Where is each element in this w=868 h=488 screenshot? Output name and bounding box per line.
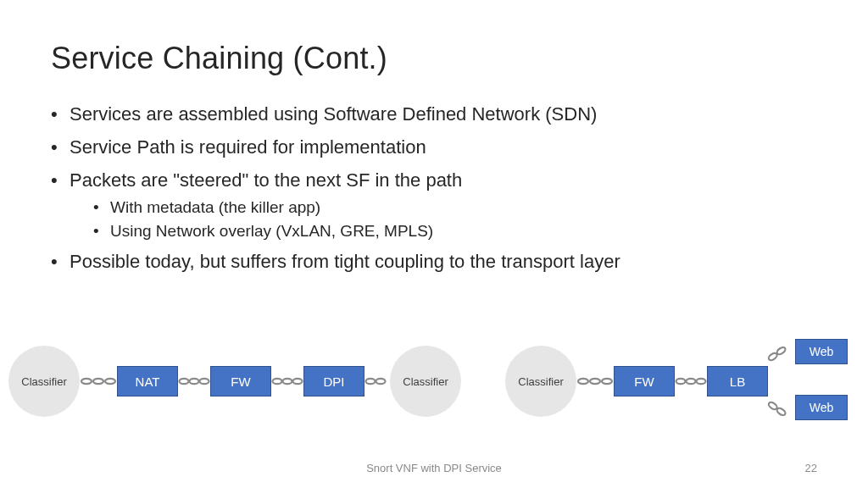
service-chain-diagram: Classifier NAT FW DPI Classifier Classif… — [0, 337, 868, 439]
svg-point-2 — [105, 379, 115, 384]
chain-link-icon — [271, 377, 303, 385]
bullet-item: Service Path is required for implementat… — [51, 133, 817, 161]
chain-node-lb: LB — [707, 366, 768, 396]
svg-point-7 — [283, 379, 292, 384]
classifier-node-start: Classifier — [8, 346, 80, 417]
slide-title: Service Chaining (Cont.) — [51, 41, 817, 76]
svg-point-8 — [293, 379, 303, 384]
chain-link-icon — [576, 377, 614, 385]
svg-point-10 — [376, 379, 386, 384]
chain-node-dpi: DPI — [303, 366, 364, 396]
chain-node-web-2: Web — [795, 395, 848, 420]
svg-point-12 — [590, 379, 600, 384]
bullet-list: Services are assembled using Software De… — [51, 100, 817, 275]
svg-point-9 — [366, 379, 376, 384]
svg-point-6 — [273, 379, 282, 384]
sub-bullet-item: Using Network overlay (VxLAN, GRE, MPLS) — [93, 219, 817, 243]
svg-point-3 — [180, 379, 189, 384]
classifier-node-start-2: Classifier — [505, 346, 576, 417]
chain-link-icon — [364, 377, 390, 385]
chain-link-icon — [765, 399, 791, 420]
classifier-node-end: Classifier — [390, 346, 461, 417]
chain-link-icon — [80, 377, 117, 385]
svg-point-20 — [776, 407, 787, 417]
chain-link-icon — [765, 342, 791, 363]
chain-link-icon — [178, 377, 210, 385]
chain-link-icon — [675, 377, 707, 385]
svg-point-16 — [697, 379, 706, 384]
chain-node-web-1: Web — [795, 339, 848, 364]
svg-point-13 — [602, 379, 612, 384]
chain-node-fw: FW — [210, 366, 271, 396]
sub-bullet-item: With metadata (the killer app) — [93, 196, 817, 219]
chain-node-fw-2: FW — [614, 366, 675, 396]
sub-bullet-list: With metadata (the killer app) Using Net… — [93, 196, 817, 242]
svg-point-14 — [676, 379, 686, 384]
bullet-item: Possible today, but suffers from tight c… — [51, 247, 817, 275]
svg-point-11 — [578, 379, 588, 384]
footer-text: Snort VNF with DPI Service — [0, 462, 868, 474]
svg-point-5 — [200, 379, 209, 384]
bullet-text: Packets are "steered" to the next SF in … — [70, 169, 462, 191]
page-number: 22 — [805, 462, 817, 474]
svg-point-0 — [81, 379, 92, 384]
slide: Service Chaining (Cont.) Services are as… — [0, 0, 868, 488]
svg-point-18 — [776, 346, 787, 356]
bullet-item: Services are assembled using Software De… — [51, 100, 817, 128]
chain-node-nat: NAT — [117, 366, 178, 396]
svg-point-15 — [687, 379, 696, 384]
svg-point-1 — [93, 379, 103, 384]
svg-point-4 — [190, 379, 199, 384]
bullet-item: Packets are "steered" to the next SF in … — [51, 166, 817, 242]
